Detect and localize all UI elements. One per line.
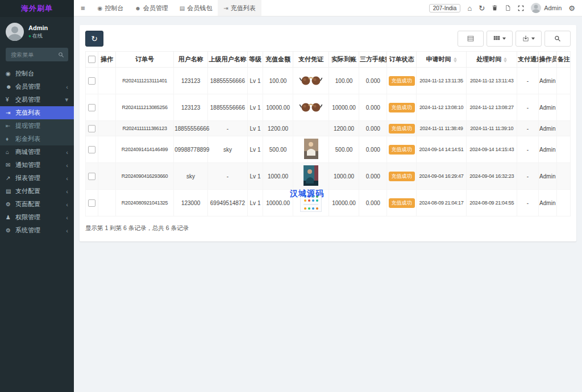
sidebar-item-label: 彩金列表 — [15, 135, 68, 143]
cell-process-time: 2024-11-11 11:39:10 — [467, 121, 517, 136]
payment-voucher-image[interactable] — [304, 165, 318, 186]
table-row: R2024090416293660sky-Lv 11000.001000.000… — [86, 163, 571, 190]
top-navbar: ≡ ◉控制台☻会员管理▤会员钱包⇥充值列表 207-India ⌂ ↻ Admi… — [74, 0, 582, 16]
payment-voucher-image[interactable] — [300, 73, 322, 87]
sort-icon[interactable] — [504, 57, 507, 62]
online-dot-icon: ● — [28, 34, 31, 39]
row-checkbox[interactable] — [88, 199, 95, 207]
region-selector[interactable]: 207-India — [429, 4, 461, 12]
row-checkbox[interactable] — [88, 77, 95, 85]
col-header-recharge-amount: 充值金额 — [263, 52, 293, 68]
cell-action — [98, 190, 116, 216]
sidebar-item-label: 权限管理 — [15, 213, 66, 222]
col-header-action: 操作 — [98, 52, 116, 68]
sidebar-item-recharge-list[interactable]: ⇥充值列表 — [0, 106, 74, 119]
user-panel: Admin ●在线 — [0, 17, 74, 44]
search-input[interactable] — [10, 51, 58, 59]
fullscreen-icon[interactable] — [518, 5, 524, 11]
cell-operator: Admin — [538, 68, 556, 94]
cell-apply-time: 2024-08-09 21:04:17 — [416, 190, 467, 216]
navbar-avatar — [531, 3, 541, 13]
user-menu[interactable]: Admin — [531, 3, 562, 13]
cell-order-no: R2024111111386123 — [115, 121, 173, 136]
bonus-list-icon: ♦ — [6, 136, 15, 142]
col-header-process-time[interactable]: 处理时间 — [467, 52, 517, 68]
cell-action — [98, 163, 116, 190]
tab-dashboard[interactable]: ◉控制台 — [92, 0, 130, 16]
refresh-icon[interactable]: ↻ — [479, 5, 485, 12]
cell-operator: Admin — [538, 163, 556, 190]
member-wallet-icon: ▤ — [180, 5, 185, 11]
sidebar-item-members[interactable]: ☻会员管理‹ — [0, 80, 74, 93]
withdraw-icon: ⇤ — [6, 123, 15, 129]
cell-actual-credit: 10000.00 — [329, 94, 359, 121]
permissions-icon: ♟ — [6, 214, 15, 220]
cell-parent-username: 18855556666 — [207, 68, 247, 94]
row-checkbox[interactable] — [88, 146, 95, 153]
col-header-label: 充值金额 — [265, 56, 290, 62]
navbar-right: 207-India ⌂ ↻ Admin ⚙ — [429, 0, 582, 16]
nav-tabs: ◉控制台☻会员管理▤会员钱包⇥充值列表 — [92, 0, 261, 16]
cell-recharge-amount: 100.00 — [263, 68, 293, 94]
cell-recharge-amount: 10000.00 — [263, 94, 293, 121]
sidebar-item-bonus-list[interactable]: ♦彩金列表 — [0, 132, 74, 145]
chevron-down-icon — [502, 37, 506, 40]
col-header-label: 支付凭证 — [298, 56, 323, 62]
columns-button[interactable] — [487, 31, 513, 47]
toggle-view-button[interactable] — [458, 31, 484, 47]
col-header-level: 等级 — [247, 52, 263, 68]
sidebar-item-payment-config[interactable]: ▤支付配置‹ — [0, 185, 74, 198]
sort-icon[interactable] — [454, 57, 457, 62]
cell-payment-channel: - — [517, 94, 539, 121]
payment-voucher-image[interactable] — [300, 193, 322, 212]
sidebar-toggle-icon[interactable]: ≡ — [74, 0, 92, 16]
col-header-apply-time[interactable]: 申请时间 — [416, 52, 467, 68]
order-status-badge: 充值成功 — [389, 145, 415, 155]
copy-icon[interactable] — [505, 5, 511, 11]
select-all-checkbox[interactable] — [88, 56, 95, 63]
cell-select — [86, 163, 98, 190]
order-status-badge: 充值成功 — [389, 172, 415, 181]
cell-order-status: 充值成功 — [387, 163, 416, 190]
col-header-label: 操作 — [101, 56, 113, 62]
payment-voucher-image[interactable] — [300, 100, 322, 114]
sidebar-item-notify[interactable]: ✉通知管理‹ — [0, 159, 74, 172]
table-row: R202411121308525612312318855556666Lv 110… — [86, 94, 571, 121]
sidebar-item-label: 交易管理 — [15, 95, 65, 104]
tab-label: 控制台 — [105, 4, 123, 12]
sidebar-item-system[interactable]: ⚙系统管理‹ — [0, 224, 74, 237]
search-icon[interactable] — [58, 52, 64, 58]
cell-level: Lv 1 — [247, 68, 263, 94]
col-header-payment-channel: 支付通道 — [517, 52, 539, 68]
home-icon[interactable]: ⌂ — [467, 5, 472, 12]
col-header-label: 支付通道 — [518, 56, 538, 62]
trash-icon[interactable] — [492, 5, 498, 11]
cell-order-status: 充值成功 — [387, 136, 416, 163]
sidebar-item-mall[interactable]: ⌂商城管理‹ — [0, 145, 74, 159]
sidebar-item-reports[interactable]: ↗报表管理‹ — [0, 172, 74, 185]
settings-icon[interactable]: ⚙ — [568, 5, 575, 12]
cell-process-time: 2024-11-12 13:08:27 — [467, 94, 517, 121]
sidebar-item-withdraw[interactable]: ⇤提现管理 — [0, 119, 74, 132]
sidebar-item-trade[interactable]: ¥交易管理▾ — [0, 93, 74, 106]
sidebar-item-page-config[interactable]: ⚙页面配置‹ — [0, 198, 74, 211]
tab-members[interactable]: ☻会员管理 — [129, 0, 174, 16]
row-checkbox[interactable] — [88, 173, 95, 180]
tab-member-wallet[interactable]: ▤会员钱包 — [174, 0, 218, 16]
sidebar-item-permissions[interactable]: ♟权限管理‹ — [0, 211, 74, 224]
refresh-button[interactable]: ↻ — [85, 31, 103, 47]
payment-voucher-image[interactable] — [304, 139, 318, 159]
cell-third-party-fee: 0.000 — [359, 68, 387, 94]
table-header-row: 操作订单号用户名称上级用户名称等级充值金额支付凭证实际到账三方手续费订单状态申请… — [86, 52, 571, 68]
sidebar-item-dashboard[interactable]: ◉控制台 — [0, 67, 74, 80]
col-header-parent-username: 上级用户名称 — [207, 52, 247, 68]
cell-payment-voucher — [293, 190, 329, 216]
cell-process-time: 2024-11-12 13:11:43 — [467, 68, 517, 94]
export-button[interactable] — [516, 31, 542, 47]
search-button[interactable] — [544, 31, 571, 47]
cell-order-no: R2024080921041325 — [115, 190, 173, 216]
row-checkbox[interactable] — [88, 104, 95, 111]
cell-third-party-fee: 0.000 — [359, 163, 387, 190]
row-checkbox[interactable] — [88, 125, 95, 132]
tab-recharge-list[interactable]: ⇥充值列表 — [218, 0, 261, 16]
